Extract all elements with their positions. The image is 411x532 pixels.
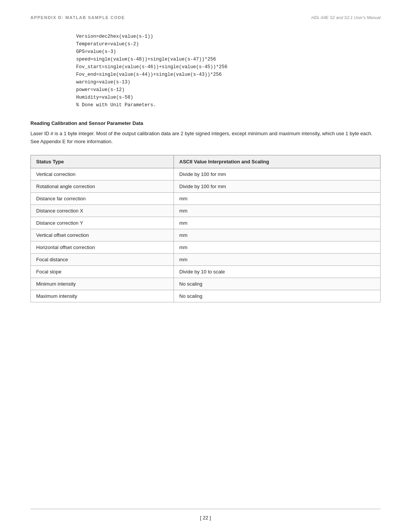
ascii-value-cell: Divide by 100 for mm: [174, 180, 381, 192]
table-row: Vertical offset correctionmm: [31, 229, 381, 241]
status-type-cell: Focal slope: [31, 265, 174, 278]
status-type-cell: Minimum intensity: [31, 278, 174, 290]
ascii-value-cell: mm: [174, 241, 381, 253]
code-line-6: Fov_end=single(value(s-44))+single(value…: [76, 71, 381, 78]
col-header-status-type: Status Type: [31, 155, 174, 168]
status-type-cell: Vertical offset correction: [31, 229, 174, 241]
table-row: Distance correction Ymm: [31, 217, 381, 229]
ascii-value-cell: mm: [174, 204, 381, 217]
code-line-2: Temperature=value(s-2): [76, 40, 381, 48]
ascii-value-cell: mm: [174, 217, 381, 229]
status-type-cell: Distance far correction: [31, 192, 174, 204]
table-row: Maximum intensityNo scaling: [31, 290, 381, 302]
table-row: Focal distancemm: [31, 253, 381, 265]
status-type-cell: Focal distance: [31, 253, 174, 265]
code-line-1: Version=dec2hex(value(s-1)): [76, 33, 381, 40]
col-header-ascii-value: ASCII Value Interpretation and Scaling: [174, 155, 381, 168]
header-manual-title: HDL-64E S2 and S2.1 User's Manual: [311, 15, 381, 20]
table-row: Horizontal offset correctionmm: [31, 241, 381, 253]
ascii-value-cell: mm: [174, 229, 381, 241]
ascii-value-cell: Divide by 100 for mm: [174, 168, 381, 180]
status-type-cell: Horizontal offset correction: [31, 241, 174, 253]
ascii-value-cell: No scaling: [174, 290, 381, 302]
table-row: Vertical correctionDivide by 100 for mm: [31, 168, 381, 180]
status-type-cell: Distance correction Y: [31, 217, 174, 229]
description-text: Laser ID # is a 1 byte integer. Most of …: [30, 130, 381, 146]
status-type-cell: Maximum intensity: [31, 290, 174, 302]
calibration-table: Status Type ASCII Value Interpretation a…: [30, 155, 381, 302]
ascii-value-cell: mm: [174, 192, 381, 204]
table-row: Rotational angle correctionDivide by 100…: [31, 180, 381, 192]
code-block: Version=dec2hex(value(s-1)) Temperature=…: [30, 33, 381, 109]
section-heading: Reading Calibration and Sensor Parameter…: [30, 120, 381, 126]
status-type-cell: Distance correction X: [31, 204, 174, 217]
page: APPENDIX D: MATLAB SAMPLE CODE HDL-64E S…: [0, 0, 411, 532]
ascii-value-cell: No scaling: [174, 278, 381, 290]
page-header: APPENDIX D: MATLAB SAMPLE CODE HDL-64E S…: [30, 15, 381, 21]
header-appendix-label: APPENDIX D: MATLAB SAMPLE CODE: [30, 15, 125, 20]
status-type-cell: Vertical correction: [31, 168, 174, 180]
code-line-7: warning=value(s-13): [76, 78, 381, 86]
status-type-cell: Rotational angle correction: [31, 180, 174, 192]
footer-line: [30, 509, 381, 509]
table-row: Distance far correctionmm: [31, 192, 381, 204]
code-line-8: power=value(s-12): [76, 86, 381, 94]
code-comment: % Done with Unit Parameters.: [76, 101, 381, 109]
code-line-5: Fov_start=single(value(s-46))+single(val…: [76, 63, 381, 71]
table-row: Focal slopeDivide by 10 to scale: [31, 265, 381, 278]
code-line-9: Humidity=value(s-58): [76, 94, 381, 101]
ascii-value-cell: Divide by 10 to scale: [174, 265, 381, 278]
table-row: Minimum intensityNo scaling: [31, 278, 381, 290]
table-row: Distance correction Xmm: [31, 204, 381, 217]
page-number: [ 22 ]: [0, 515, 411, 521]
code-line-4: speed=single(value(s-48))+single(value(s…: [76, 56, 381, 63]
table-header-row: Status Type ASCII Value Interpretation a…: [31, 155, 381, 168]
code-line-3: GPS=value(s-3): [76, 48, 381, 56]
ascii-value-cell: mm: [174, 253, 381, 265]
